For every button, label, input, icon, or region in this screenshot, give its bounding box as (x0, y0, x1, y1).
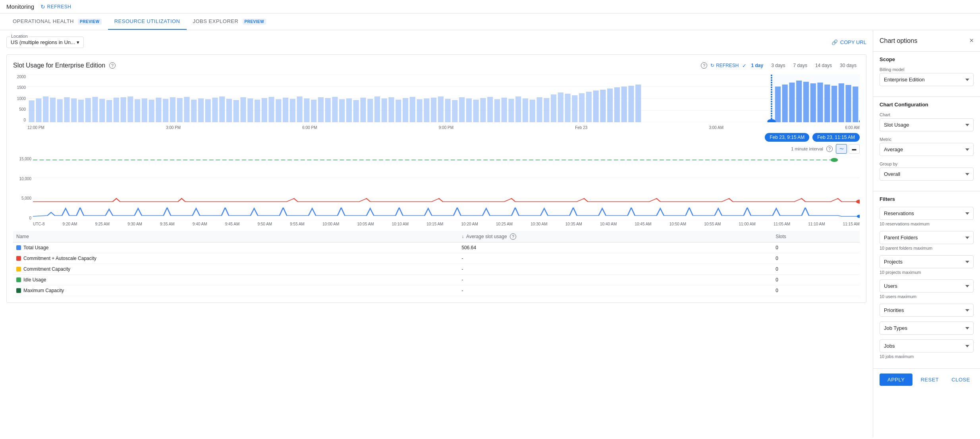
chart-refresh-icon: ↻ (710, 63, 714, 68)
svg-rect-29 (198, 98, 204, 122)
scope-section: Scope Billing model Enterprise Edition (873, 52, 980, 96)
billing-model-select[interactable]: Enterprise Edition (880, 73, 974, 86)
svg-rect-8 (50, 98, 56, 122)
bar-chart-wrapper: 2000 1500 1000 500 0 (13, 75, 860, 122)
tab-operational-health[interactable]: OPERATIONAL HEALTH PREVIEW (6, 13, 108, 30)
svg-rect-22 (149, 100, 154, 122)
svg-rect-48 (332, 97, 338, 122)
svg-rect-44 (304, 98, 309, 122)
svg-rect-20 (135, 99, 140, 122)
svg-rect-14 (92, 97, 98, 122)
chart-refresh-button[interactable]: ↻ REFRESH (710, 63, 739, 68)
svg-rect-25 (170, 97, 176, 122)
filter-parent-folders[interactable]: Parent Folders (880, 231, 974, 244)
table-row: Commitment Capacity - 0 (13, 264, 860, 275)
close-sidebar-button[interactable]: × (969, 37, 974, 45)
row-avg-total-usage: 506.64 (458, 243, 772, 253)
chart-title-help-icon[interactable]: ? (109, 62, 116, 69)
location-select[interactable]: Location US (multiple regions in Un... ▾ (6, 37, 84, 48)
row-avg-maximum-capacity: - (458, 285, 772, 296)
row-avg-idle-usage: - (458, 275, 772, 285)
main-container: Location US (multiple regions in Un... ▾… (0, 30, 980, 437)
svg-rect-35 (240, 97, 246, 122)
tabs-bar: OPERATIONAL HEALTH PREVIEW RESOURCE UTIL… (0, 13, 980, 30)
location-value: US (multiple regions in Un... (11, 39, 75, 45)
svg-rect-31 (212, 98, 218, 122)
chart-select[interactable]: Slot Usage (880, 118, 974, 131)
svg-rect-64 (445, 99, 451, 122)
time-btn-14days[interactable]: 14 days (812, 61, 835, 70)
range-start-tooltip: Feb 23, 9:15 AM (765, 133, 809, 142)
time-btn-30days[interactable]: 30 days (837, 61, 860, 70)
line-chart[interactable] (33, 157, 860, 220)
tab-jobs-explorer[interactable]: JOBS EXPLORER PREVIEW (187, 13, 273, 30)
filter-job-types[interactable]: Job Types (880, 322, 974, 335)
tab-resource-utilization[interactable]: RESOURCE UTILIZATION (108, 13, 187, 30)
table-row: Idle Usage - 0 (13, 275, 860, 285)
refresh-label: REFRESH (47, 4, 71, 10)
filter-projects[interactable]: Projects (880, 255, 974, 268)
row-slots-maximum-capacity: 0 (772, 285, 860, 296)
header-row: Location US (multiple regions in Un... ▾… (6, 37, 866, 48)
time-btn-3days[interactable]: 3 days (768, 61, 788, 70)
svg-rect-86 (600, 90, 606, 122)
svg-rect-60 (417, 99, 422, 122)
reset-button[interactable]: RESET (916, 374, 943, 386)
copy-url-button[interactable]: 🔗 COPY URL (831, 39, 866, 45)
group-by-select[interactable]: Overall (880, 168, 974, 181)
chart-type-line-btn[interactable]: 〜 (836, 144, 847, 154)
filter-hint-parent-folders: 10 parent folders maximum (880, 246, 974, 250)
svg-rect-33 (226, 99, 232, 122)
row-name-maximum-capacity: Maximum Capacity (16, 288, 455, 293)
filter-jobs[interactable]: Jobs (880, 339, 974, 352)
range-tooltips: Feb 23, 9:15 AM Feb 23, 11:15 AM (13, 133, 860, 142)
refresh-icon: ↻ (41, 4, 46, 10)
active-time-check-icon: ✓ (742, 63, 747, 69)
billing-model-field: Billing model Enterprise Edition (880, 67, 974, 86)
row-name-total-usage: Total Usage (16, 245, 455, 250)
row-name-commitment-capacity: Commitment Capacity (16, 266, 455, 272)
chart-type-bar-btn[interactable]: ▬ (849, 144, 860, 154)
filter-hint-jobs: 10 jobs maximum (880, 354, 974, 359)
row-avg-commitment-capacity: - (458, 264, 772, 275)
svg-rect-30 (205, 99, 211, 122)
svg-rect-88 (614, 87, 620, 122)
filter-users[interactable]: Users (880, 279, 974, 293)
chart-help-icon[interactable]: ? (701, 62, 707, 69)
filters-title: Filters (880, 196, 974, 202)
svg-rect-19 (127, 96, 133, 122)
group-by-field: Group by Overall (880, 162, 974, 181)
filter-hint-projects: 10 projects maximum (880, 270, 974, 275)
col-header-name: Name (13, 231, 458, 243)
svg-rect-27 (184, 97, 189, 122)
svg-rect-62 (431, 98, 436, 122)
svg-point-116 (857, 215, 860, 218)
svg-rect-91 (635, 85, 641, 122)
svg-rect-52 (360, 98, 366, 122)
row-slots-total-usage: 0 (772, 243, 860, 253)
time-btn-1day[interactable]: 1 day (748, 61, 767, 70)
svg-rect-81 (565, 94, 571, 122)
chart-type-buttons: 〜 ▬ (836, 144, 860, 154)
metric-select[interactable]: Average (880, 143, 974, 156)
close-button[interactable]: CLOSE (947, 374, 975, 386)
svg-rect-38 (262, 98, 267, 122)
time-btn-7days[interactable]: 7 days (790, 61, 810, 70)
svg-rect-49 (339, 99, 345, 122)
svg-rect-77 (536, 97, 542, 122)
interval-help-icon[interactable]: ? (826, 146, 833, 152)
filter-reservations[interactable]: Reservations (880, 207, 974, 220)
svg-rect-68 (473, 100, 479, 122)
line-chart-x-axis: UTC-8 9:20 AM 9:25 AM 9:30 AM 9:35 AM 9:… (13, 220, 860, 226)
svg-rect-32 (219, 96, 225, 122)
apply-button[interactable]: APPLY (880, 374, 912, 386)
sidebar-header: Chart options × (873, 30, 980, 52)
avg-slot-help-icon[interactable]: ? (510, 233, 516, 240)
col-header-avg-slot-usage[interactable]: ↓ Average slot usage ? (458, 231, 772, 243)
bar-chart-x-axis: 12:00 PM 3:00 PM 6:00 PM 9:00 PM Feb 23 … (13, 124, 860, 130)
top-nav: Monitoring ↻ REFRESH (0, 0, 980, 13)
refresh-button[interactable]: ↻ REFRESH (41, 4, 71, 10)
filter-priorities[interactable]: Priorities (880, 304, 974, 317)
bar-chart[interactable] (27, 75, 860, 122)
location-label: Location (10, 34, 29, 39)
